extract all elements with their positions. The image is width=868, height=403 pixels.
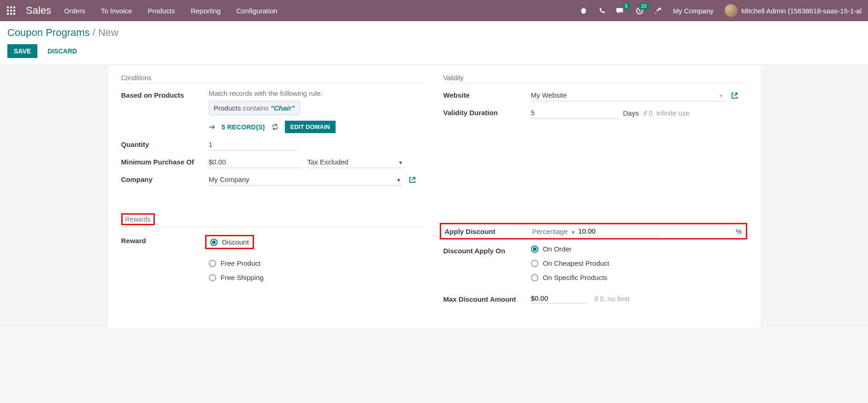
messages-icon[interactable]: 5 (616, 7, 625, 14)
apply-on-specific[interactable]: On Specific Products (531, 274, 747, 281)
user-name: Mitchell Admin (15638618-saas-15-1-al (741, 7, 862, 15)
systray: 5 29 My Company Mitchell Admin (15638618… (580, 4, 862, 17)
company-select-value: My Company (209, 175, 249, 183)
rewards-title: Rewards (125, 216, 151, 223)
menu-configuration[interactable]: Configuration (236, 7, 278, 15)
apply-on-order-label: On Order (543, 245, 572, 253)
reward-option-free-shipping[interactable]: Free Shipping (209, 274, 425, 281)
menu-products[interactable]: Products (148, 7, 175, 15)
discount-type-value: Percentage (532, 228, 568, 235)
discount-value-input[interactable] (578, 226, 661, 236)
phone-icon[interactable] (598, 7, 605, 14)
external-link-icon[interactable] (731, 92, 738, 99)
max-discount-input[interactable] (531, 293, 586, 304)
caret-down-icon: ▼ (719, 93, 724, 99)
apply-on-specific-label: On Specific Products (543, 274, 608, 281)
svg-rect-8 (13, 13, 15, 15)
form-sheet: Conditions Based on Products Match recor… (107, 65, 762, 327)
activity-icon[interactable]: 29 (636, 7, 644, 15)
quantity-input[interactable] (209, 139, 296, 151)
discount-type-select[interactable]: Percentage ▼ (532, 228, 578, 235)
website-select-value: My Website (531, 91, 567, 99)
messages-badge: 5 (623, 3, 630, 10)
rewards-group: Rewards Reward Discount (121, 213, 425, 309)
conditions-title: Conditions (121, 74, 425, 84)
max-discount-hint: if 0, no limit (595, 295, 630, 303)
breadcrumb-parent[interactable]: Coupon Programs (7, 27, 90, 38)
reward-option-free-product-label: Free Product (221, 259, 261, 267)
apply-discount-highlight: Apply Discount Percentage ▼ % (440, 223, 747, 239)
menu-to-invoice[interactable]: To Invoice (101, 7, 132, 15)
domain-field: Products (214, 104, 241, 112)
domain-description: Match records with the following rule: (209, 89, 398, 97)
main-menu: Orders To Invoice Products Reporting Con… (64, 7, 278, 15)
domain-operator: contains (243, 104, 269, 112)
breadcrumb-current: New (98, 27, 118, 38)
company-label: Company (121, 174, 209, 183)
percent-sign: % (736, 228, 742, 235)
website-label: Website (443, 89, 531, 99)
domain-value: "Chair" (271, 104, 295, 112)
apps-icon[interactable] (6, 6, 18, 15)
company-switcher[interactable]: My Company (673, 7, 714, 15)
discard-button[interactable]: DISCARD (47, 47, 77, 55)
svg-rect-6 (7, 13, 9, 15)
caret-down-icon: ▼ (398, 160, 403, 165)
caret-down-icon: ▼ (396, 177, 402, 183)
website-select[interactable]: My Website ▼ (531, 89, 725, 101)
breadcrumb-separator: / (93, 27, 98, 38)
validity-hint: if 0, infinite use (644, 109, 690, 117)
user-menu[interactable]: Mitchell Admin (15638618-saas-15-1-al (725, 4, 862, 17)
apply-on-cheapest[interactable]: On Cheapest Product (531, 259, 747, 267)
svg-rect-1 (10, 6, 12, 8)
reward-option-free-shipping-label: Free Shipping (221, 274, 264, 281)
tax-select[interactable]: Tax Excluded ▼ (307, 156, 404, 168)
app-brand[interactable]: Sales (26, 5, 51, 17)
validity-duration-label: Validity Duration (443, 107, 531, 117)
svg-rect-3 (7, 10, 9, 12)
radio-unchecked-icon (531, 260, 538, 267)
save-button[interactable]: SAVE (7, 44, 37, 58)
discount-group: Apply Discount Percentage ▼ % Discount A… (443, 213, 747, 309)
reward-option-discount[interactable]: Discount (210, 238, 249, 246)
based-on-products-label: Based on Products (121, 89, 209, 99)
conditions-group: Conditions Based on Products Match recor… (121, 74, 425, 191)
min-purchase-input[interactable] (209, 156, 301, 168)
validity-title: Validity (443, 74, 747, 84)
days-label: Days (623, 109, 639, 117)
svg-rect-5 (13, 10, 15, 12)
top-navbar: Sales Orders To Invoice Products Reporti… (0, 0, 868, 21)
reward-option-discount-label: Discount (222, 238, 249, 246)
svg-rect-2 (13, 6, 15, 8)
edit-domain-button[interactable]: EDIT DOMAIN (285, 121, 336, 133)
reward-option-free-product[interactable]: Free Product (209, 259, 425, 267)
menu-reporting[interactable]: Reporting (191, 7, 221, 15)
arrow-right-icon (209, 124, 215, 130)
apply-on-cheapest-label: On Cheapest Product (543, 259, 609, 267)
avatar (725, 4, 738, 17)
external-link-icon[interactable] (409, 176, 416, 183)
reward-label: Reward (121, 235, 209, 245)
radio-unchecked-icon (209, 260, 216, 267)
control-panel: Coupon Programs / New SAVE DISCARD (0, 21, 868, 65)
bug-icon[interactable] (580, 7, 587, 14)
discount-apply-on-label: Discount Apply On (443, 245, 531, 255)
svg-rect-7 (10, 13, 12, 15)
svg-rect-0 (7, 6, 9, 8)
tools-icon[interactable] (655, 7, 662, 14)
validity-group: Validity Website My Website ▼ Vali (443, 74, 747, 191)
refresh-icon[interactable] (272, 123, 278, 130)
domain-chip[interactable]: Products contains "Chair" (209, 101, 300, 115)
quantity-label: Quantity (121, 139, 209, 148)
menu-orders[interactable]: Orders (64, 7, 85, 15)
svg-rect-4 (10, 10, 12, 12)
max-discount-label: Max Discount Amount (443, 293, 531, 303)
apply-discount-label: Apply Discount (445, 228, 532, 235)
records-link[interactable]: 5 RECORD(S) (222, 123, 265, 131)
company-select[interactable]: My Company ▼ (209, 174, 402, 186)
apply-on-order[interactable]: On Order (531, 245, 747, 253)
validity-duration-input[interactable] (531, 107, 619, 119)
activity-badge: 29 (638, 3, 649, 10)
min-purchase-label: Minimum Purchase Of (121, 156, 209, 166)
tax-select-value: Tax Excluded (307, 158, 348, 166)
